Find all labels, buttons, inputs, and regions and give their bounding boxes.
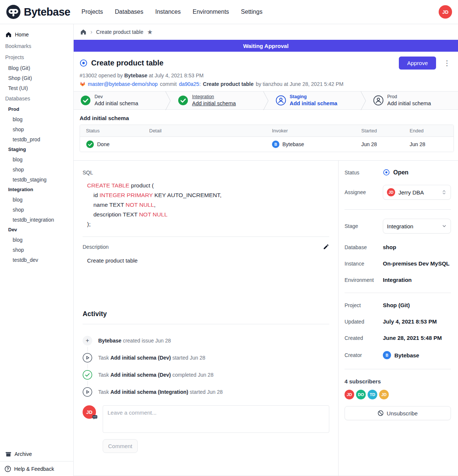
sidebar-db-item[interactable]: shop <box>0 245 73 255</box>
sidebar-project-blog[interactable]: Blog (Git) <box>0 63 73 73</box>
assignee-select[interactable]: JD Jerry DBA <box>383 185 451 200</box>
activity-item: + Bytebase created issue Jun 28 <box>83 335 329 346</box>
stage-prod[interactable]: Prod Add initial schema <box>366 91 458 109</box>
brand-name: Bytebase <box>24 6 70 18</box>
stage-value: Integration <box>387 223 413 229</box>
sidebar-db-item[interactable]: blog <box>0 235 73 245</box>
issue-title: Create product table <box>91 59 163 67</box>
subscriber-avatar: DO <box>356 390 366 399</box>
task-invoker: Bytebase <box>282 141 304 147</box>
instance-label: Instance <box>345 261 383 267</box>
sidebar-archive-label: Archive <box>15 451 32 457</box>
sidebar-db-item[interactable]: shop <box>0 164 73 174</box>
issue-meta-line: #13002 opened by Bytebase at July 4, 202… <box>80 73 452 78</box>
comment-input[interactable] <box>103 405 329 433</box>
created-plus-icon: + <box>83 336 92 345</box>
stage-separator <box>165 91 171 110</box>
unsubscribe-label: Unsubscribe <box>387 410 417 416</box>
pipeline-stage-bar: Dev Add initial schema Integration Add i… <box>74 91 458 110</box>
sidebar-home-label: Home <box>15 32 29 38</box>
database-value: shop <box>383 244 396 250</box>
issue-open-icon <box>80 59 87 67</box>
status-open-icon <box>383 169 390 176</box>
sidebar-db-item[interactable]: blog <box>0 154 73 164</box>
environment-label: Environment <box>345 277 383 283</box>
sidebar-project-test[interactable]: Test (UI) <box>0 83 73 93</box>
task-started-icon <box>83 387 92 397</box>
created-label: Created <box>345 335 383 341</box>
project-value: Shop (Git) <box>383 302 410 308</box>
task-ended: Jun 28 <box>410 141 425 147</box>
sidebar-env-integration: Integration <box>0 184 73 194</box>
comment-button[interactable]: Comment <box>103 439 138 453</box>
comment-composer: JD <box>83 405 329 433</box>
sidebar-db-item[interactable]: blog <box>0 114 73 124</box>
stage-dev[interactable]: Dev Add initial schema <box>74 91 165 109</box>
sidebar-db-item[interactable]: blog <box>0 194 73 205</box>
git-commit-message: Create product table <box>203 81 253 87</box>
activity-item: Task Add initial schema (Dev) completed … <box>83 370 329 380</box>
stage-label: Stage <box>345 223 383 229</box>
sidebar-item-archive[interactable]: Archive <box>0 447 73 461</box>
unsubscribe-button[interactable]: Unsubscribe <box>345 406 451 420</box>
stage-done-icon <box>80 95 91 106</box>
invoker-avatar: B <box>272 141 279 148</box>
task-title: Add initial schema <box>80 115 454 121</box>
approve-button[interactable]: Approve <box>399 57 436 70</box>
sidebar-env-prod: Prod <box>0 104 73 114</box>
bytebase-app: Bytebase Projects Databases Instances En… <box>0 0 458 476</box>
nav-settings[interactable]: Settings <box>241 9 263 15</box>
sidebar-db-item[interactable]: testdb_staging <box>0 174 73 184</box>
more-actions-icon[interactable]: ⋮ <box>442 60 452 67</box>
activity-item: Task Add initial schema (Integration) st… <box>83 387 329 397</box>
sidebar-item-bookmarks[interactable]: Bookmarks <box>0 41 73 52</box>
nav-environments[interactable]: Environments <box>193 9 229 15</box>
nav-instances[interactable]: Instances <box>155 9 180 15</box>
instance-value: On-premises Dev MySQL <box>383 260 449 267</box>
subscriber-avatar: JD <box>345 390 354 399</box>
sidebar-db-item[interactable]: testdb_integration <box>0 215 73 225</box>
issue-author: Bytebase <box>124 73 147 78</box>
task-status: Done <box>97 141 109 147</box>
issue-meta-panel: Status Open Assignee JD Jerry DBA <box>339 161 458 476</box>
assignee-label: Assignee <box>345 189 383 195</box>
sidebar-db-item[interactable]: testdb_dev <box>0 255 73 265</box>
activity-title: Activity <box>83 310 329 318</box>
subscribers-title: 4 subscribers <box>345 378 451 385</box>
sidebar-db-item[interactable]: shop <box>0 124 73 134</box>
issue-detail-column: SQL CREATE TABLE product ( id INTEGER PR… <box>74 161 339 476</box>
chevron-down-icon <box>442 223 447 229</box>
project-label: Project <box>345 302 383 308</box>
sidebar-db-item[interactable]: testdb_prod <box>0 134 73 144</box>
git-commit-link[interactable]: da90a25: <box>179 81 201 87</box>
task-table-row[interactable]: Done B Bytebase Jun 28 Jun 28 <box>80 137 454 152</box>
user-avatar[interactable]: JD <box>439 5 452 19</box>
description-text: Create product table <box>83 257 329 264</box>
bookmark-star-icon[interactable]: ★ <box>147 28 153 36</box>
updown-chevron-icon <box>441 189 447 195</box>
sidebar-db-item[interactable]: shop <box>0 205 73 215</box>
creator-avatar: B <box>383 351 391 359</box>
nav-databases[interactable]: Databases <box>115 9 144 15</box>
edit-pencil-icon[interactable] <box>323 244 329 250</box>
breadcrumb-home-icon[interactable] <box>80 29 87 35</box>
nav-projects[interactable]: Projects <box>81 9 103 15</box>
sql-label: SQL <box>83 170 329 176</box>
creator-value: Bytebase <box>394 352 419 358</box>
subscriber-avatar: JD <box>379 390 389 399</box>
ban-icon <box>378 410 384 416</box>
git-branch-link[interactable]: master@bytebase-demo/shop <box>88 81 158 87</box>
stage-integration[interactable]: Integration Add initial schema <box>171 91 263 109</box>
done-status-icon <box>86 140 94 148</box>
sidebar-section-projects: Projects <box>0 52 73 63</box>
git-commit-line: master@bytebase-demo/shop commit da90a25… <box>80 81 452 87</box>
bytebase-logo[interactable]: Bytebase <box>6 4 70 19</box>
help-feedback-button[interactable]: Help & Feedback <box>0 461 73 476</box>
stage-select[interactable]: Integration <box>383 219 451 234</box>
stage-staging[interactable]: Staging Add initial schema <box>269 91 361 109</box>
home-icon <box>5 31 12 38</box>
sidebar-project-shop[interactable]: Shop (Git) <box>0 73 73 83</box>
archive-icon <box>5 451 12 457</box>
sidebar-item-home[interactable]: Home <box>0 29 73 41</box>
sidebar-section-databases: Databases <box>0 93 73 104</box>
